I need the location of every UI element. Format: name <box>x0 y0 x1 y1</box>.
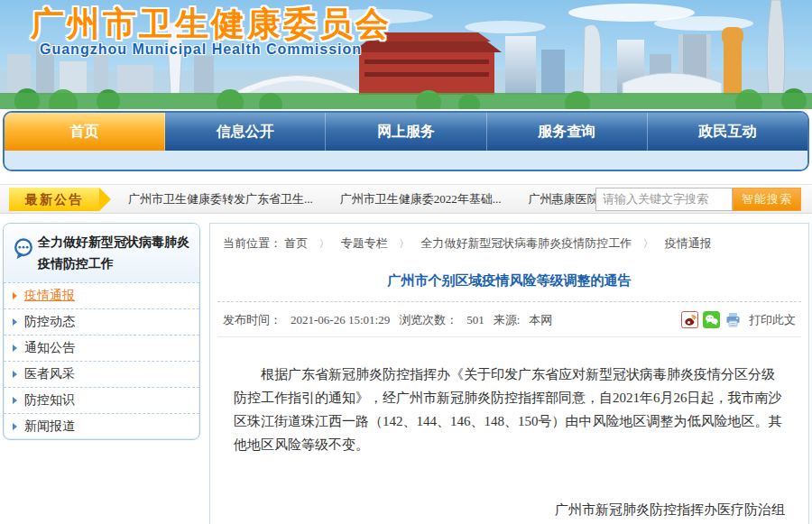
sidebar-item-news-reports[interactable]: 新闻报道 <box>4 413 199 439</box>
sidebar-item-prevention-knowledge[interactable]: 防控知识 <box>4 387 199 413</box>
nav-tab-label: 信息公开 <box>217 123 274 142</box>
signature-org: 广州市新冠肺炎防控指挥办医疗防治组 <box>210 496 785 523</box>
announcement-link[interactable]: 广州惠康医院有限公司拟申请设置... <box>529 191 596 207</box>
publish-time-label: 发布时间： <box>223 312 281 328</box>
arrow-right-icon <box>13 371 17 378</box>
sidebar-item-control-updates[interactable]: 防控动态 <box>4 308 199 335</box>
nav-tab-home[interactable]: 首页 <box>5 113 165 151</box>
search-input[interactable] <box>595 188 733 211</box>
announcement-bar: 最新公告 广州市卫生健康委转发广东省卫生... 广州市卫生健康委2022年基础.… <box>0 184 812 214</box>
nav-tab-service-query[interactable]: 服务查询 <box>487 113 648 151</box>
sidebar-header: 全力做好新型冠状病毒肺炎疫情防控工作 <box>4 224 199 282</box>
latest-announcement-badge: 最新公告 <box>9 188 99 211</box>
breadcrumb-prefix: 当前位置： <box>223 236 281 250</box>
nav-tab-label: 政民互动 <box>698 123 756 142</box>
article-meta: 发布时间： 2021-06-26 15:01:29 浏览次数： 501 来源: … <box>217 302 801 337</box>
announcement-links: 广州市卫生健康委转发广东省卫生... 广州市卫生健康委2022年基础... 广州… <box>128 191 595 207</box>
article-paragraph: 根据广东省新冠肺炎防控指挥办《关于印发广东省应对新型冠状病毒肺炎疫情分区分级防控… <box>234 363 785 456</box>
sidebar-item-epidemic-report[interactable]: 疫情通报 <box>4 282 199 308</box>
arrow-right-icon <box>13 345 17 352</box>
nav-tab-label: 服务查询 <box>538 123 595 142</box>
sidebar: 全力做好新型冠状病毒肺炎疫情防控工作 疫情通报 防控动态 通知公告 医者风采 防… <box>3 223 200 440</box>
smart-search-button[interactable]: 智能搜索 <box>733 188 801 211</box>
nav-tab-label: 首页 <box>70 123 99 142</box>
breadcrumb-separator: 〉 <box>399 237 410 250</box>
arrow-right-icon <box>13 423 17 430</box>
breadcrumb-separator: 〉 <box>319 237 330 250</box>
article-signature: 广州市新冠肺炎防控指挥办医疗防治组 2021年6月26日 <box>210 496 808 524</box>
sidebar-item-label: 疫情通报 <box>24 288 75 304</box>
sidebar-item-label: 通知公告 <box>24 340 75 356</box>
arrow-right-icon <box>13 318 17 326</box>
sidebar-item-doctor-profiles[interactable]: 医者风采 <box>4 361 199 387</box>
main-area: 全力做好新型冠状病毒肺炎疫情防控工作 疫情通报 防控动态 通知公告 医者风采 防… <box>3 223 809 524</box>
site-search: 智能搜索 <box>595 188 801 211</box>
arrow-right-icon <box>13 292 17 299</box>
sidebar-item-label: 新闻报道 <box>24 418 75 435</box>
breadcrumb-home[interactable]: 首页 <box>284 236 308 250</box>
content-panel: 当前位置： 首页 〉 专题专栏 〉 全力做好新型冠状病毒肺炎疫情防控工作 〉 疫… <box>209 223 809 524</box>
site-banner: 广州市卫生健康委员会 Guangzhou Municipal Health Co… <box>0 0 812 109</box>
views-value: 501 <box>466 313 484 327</box>
nav-tab-public-interaction[interactable]: 政民互动 <box>648 113 807 151</box>
arrow-right-icon <box>13 397 17 404</box>
sidebar-item-label: 防控动态 <box>24 314 75 330</box>
article-title: 广州市个别区域疫情风险等级调整的通告 <box>217 264 801 302</box>
print-article-link[interactable]: 打印此文 <box>749 312 796 328</box>
site-subtitle-en: Guangzhou Municipal Health Commission <box>40 41 362 58</box>
nav-tab-online-services[interactable]: 网上服务 <box>326 113 486 151</box>
nav-tab-info-disclosure[interactable]: 信息公开 <box>165 113 326 151</box>
views-label: 浏览次数： <box>399 312 457 328</box>
sidebar-item-label: 医者风采 <box>24 366 75 382</box>
printer-icon[interactable] <box>724 311 742 328</box>
site-title: 广州市卫生健康委员会 <box>31 2 392 47</box>
weibo-icon[interactable] <box>681 311 698 328</box>
source-label: 来源: <box>494 312 521 328</box>
wechat-icon[interactable] <box>703 311 720 328</box>
nav-tab-label: 网上服务 <box>377 123 435 142</box>
breadcrumb: 当前位置： 首页 〉 专题专栏 〉 全力做好新型冠状病毒肺炎疫情防控工作 〉 疫… <box>210 224 808 264</box>
nav-sub-bar <box>5 151 807 170</box>
speech-bubble-icon <box>13 238 34 262</box>
breadcrumb-covid-section[interactable]: 全力做好新型冠状病毒肺炎疫情防控工作 <box>420 236 632 250</box>
announcement-link[interactable]: 广州市卫生健康委2022年基础... <box>340 191 502 207</box>
breadcrumb-epidemic-report[interactable]: 疫情通报 <box>665 236 712 250</box>
main-nav: 首页 信息公开 网上服务 服务查询 政民互动 <box>3 111 809 171</box>
article-body: 根据广东省新冠肺炎防控指挥办《关于印发广东省应对新型冠状病毒肺炎疫情分区分级防控… <box>210 337 808 456</box>
publish-time-value: 2021-06-26 15:01:29 <box>291 313 390 327</box>
sidebar-title: 全力做好新型冠状病毒肺炎疫情防控工作 <box>38 232 194 275</box>
sidebar-item-notices[interactable]: 通知公告 <box>4 335 199 361</box>
breadcrumb-special-topics[interactable]: 专题专栏 <box>341 236 388 250</box>
sidebar-item-label: 防控知识 <box>24 392 75 409</box>
announcement-link[interactable]: 广州市卫生健康委转发广东省卫生... <box>128 191 313 207</box>
source-value: 本网 <box>529 312 552 328</box>
breadcrumb-separator: 〉 <box>643 237 654 250</box>
